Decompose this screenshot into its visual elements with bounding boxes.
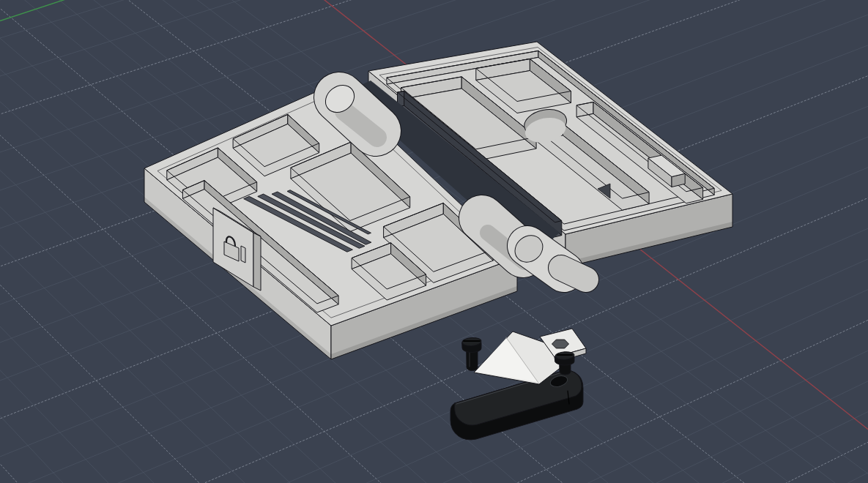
screw-left-shaft[interactable]: [467, 350, 478, 371]
hinge-knuckle-arm[interactable]: [561, 268, 586, 280]
latch-plate-side: [253, 233, 261, 291]
hex-hole: [552, 340, 569, 348]
cad-viewport: [0, 0, 868, 483]
latch-pin: [241, 246, 245, 263]
viewport-canvas[interactable]: [0, 0, 868, 483]
